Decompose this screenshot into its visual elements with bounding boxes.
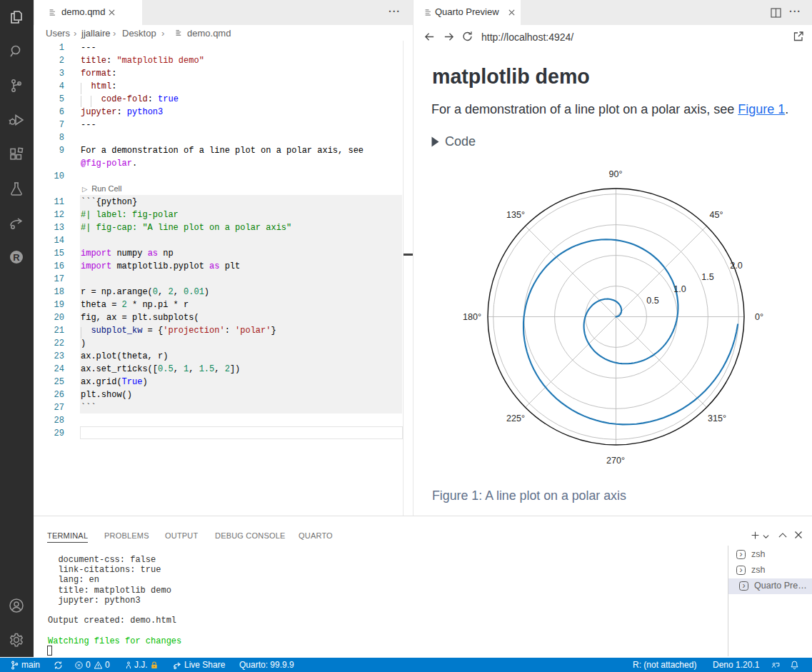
svg-text:1.5: 1.5 xyxy=(701,272,713,282)
svg-text:180°: 180° xyxy=(463,312,481,322)
svg-text:2.0: 2.0 xyxy=(730,261,742,271)
svg-text:45°: 45° xyxy=(710,210,723,220)
svg-text:90°: 90° xyxy=(609,169,623,179)
svg-text:0°: 0° xyxy=(755,312,763,322)
svg-text:R: R xyxy=(13,252,20,263)
svg-text:225°: 225° xyxy=(506,413,525,423)
svg-text:0.5: 0.5 xyxy=(646,296,658,306)
svg-text:315°: 315° xyxy=(708,413,726,423)
svg-text:1.0: 1.0 xyxy=(673,284,686,294)
svg-text:135°: 135° xyxy=(506,210,525,220)
svg-text:270°: 270° xyxy=(606,456,625,466)
